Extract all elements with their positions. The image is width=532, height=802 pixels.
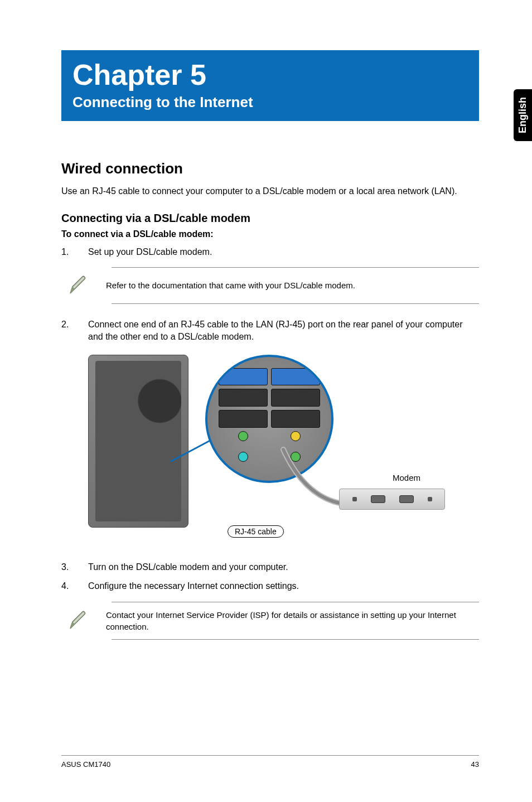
section-intro: Use an RJ-45 cable to connect your compu… bbox=[61, 185, 479, 197]
step-number: 1. bbox=[61, 246, 88, 258]
page-footer: ASUS CM1740 43 bbox=[61, 755, 479, 769]
cable-label: RJ-45 cable bbox=[228, 525, 284, 538]
connection-diagram: Modem RJ-45 cable bbox=[88, 355, 445, 544]
chapter-banner: Chapter 5 Connecting to the Internet bbox=[61, 50, 479, 121]
pencil-note-icon bbox=[67, 274, 89, 297]
step-text: Configure the necessary Internet connect… bbox=[88, 580, 479, 592]
subsection-heading: Connecting via a DSL/cable modem bbox=[61, 212, 479, 225]
chapter-title: Chapter 5 bbox=[72, 58, 468, 91]
modem-icon bbox=[339, 489, 445, 510]
computer-rear-panel-icon bbox=[88, 355, 188, 528]
step-2: 2. Connect one end of an RJ-45 cable to … bbox=[61, 318, 479, 344]
step-text: Turn on the DSL/cable modem and your com… bbox=[88, 561, 479, 573]
pencil-note-icon bbox=[67, 610, 89, 632]
note-text: Refer to the documentation that came wit… bbox=[106, 279, 355, 291]
language-tab: English bbox=[514, 89, 532, 141]
step-4: 4. Configure the necessary Internet conn… bbox=[61, 580, 479, 592]
instruction-label: To connect via a DSL/cable modem: bbox=[61, 229, 479, 239]
step-number: 3. bbox=[61, 561, 88, 573]
footer-page-number: 43 bbox=[471, 760, 479, 769]
note-text: Contact your Internet Service Provider (… bbox=[106, 609, 475, 632]
note-1: Refer to the documentation that came wit… bbox=[112, 267, 479, 304]
step-3: 3. Turn on the DSL/cable modem and your … bbox=[61, 561, 479, 573]
note-2: Contact your Internet Service Provider (… bbox=[112, 602, 479, 640]
step-number: 4. bbox=[61, 580, 88, 592]
section-heading: Wired connection bbox=[61, 160, 479, 177]
step-1: 1. Set up your DSL/cable modem. bbox=[61, 246, 479, 258]
step-text: Set up your DSL/cable modem. bbox=[88, 246, 479, 258]
modem-label: Modem bbox=[393, 473, 420, 482]
step-number: 2. bbox=[61, 318, 88, 344]
chapter-subtitle: Connecting to the Internet bbox=[72, 94, 468, 111]
footer-product: ASUS CM1740 bbox=[61, 760, 110, 769]
step-text: Connect one end of an RJ-45 cable to the… bbox=[88, 318, 479, 344]
cable-icon bbox=[278, 444, 389, 522]
